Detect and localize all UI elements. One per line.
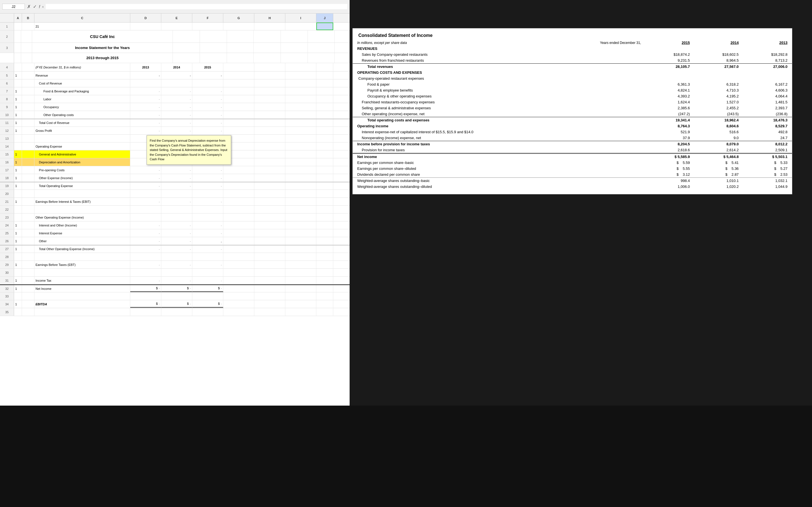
col-header-i[interactable]: I — [285, 13, 316, 22]
spreadsheet-title-1: CSU Café Inc — [32, 31, 173, 43]
row-12: 12 1 Gross Profit - - - — [0, 127, 350, 135]
val-noi-2014: 9.0 — [695, 135, 743, 141]
function-icon[interactable]: f — [39, 4, 40, 9]
row-title-1: 2 CSU Café Inc — [0, 31, 350, 43]
val-sga-2014: 2,455.2 — [695, 105, 743, 111]
year-2013: 2013 — [130, 63, 161, 71]
label-total-revenues: Total revenues — [353, 64, 556, 70]
spreadsheet-title-2: Income Statement for the Years — [32, 43, 173, 53]
cell-1d[interactable] — [130, 22, 161, 30]
col-header-h[interactable]: H — [254, 13, 285, 22]
formula-input[interactable] — [46, 4, 347, 9]
val-ibt-2013: 8,012.2 — [743, 141, 792, 147]
col-header-g[interactable]: G — [223, 13, 254, 22]
label-preopening: Pre-opening Costs — [35, 166, 130, 174]
cell-1g[interactable] — [223, 22, 254, 30]
label-dividends: Dividends declared per common share — [353, 172, 556, 178]
cell-1c[interactable]: 21 — [35, 22, 130, 30]
year-2015: 2015 — [192, 63, 223, 71]
label-interest-expense: Interest Expense — [35, 229, 130, 237]
val-sga-2013: 2,393.7 — [743, 105, 792, 111]
label-franchise-rev: Revenues from franchised restaurants — [353, 57, 556, 64]
row-dividends: Dividends declared per common share $ 3.… — [353, 172, 792, 178]
val-total-rev-2014: 27,567.0 — [695, 64, 743, 70]
col-header-f[interactable]: F — [192, 13, 223, 22]
col-header-a[interactable]: A — [14, 13, 22, 22]
val-eps-basic-2015: $ 5.59 — [646, 160, 695, 166]
row-21: 21 1 Earnings Before Interest & Taxes (E… — [0, 198, 350, 206]
row-17: 17 1 Pre-opening Costs - - - — [0, 166, 350, 174]
column-headers: A B C D E F G H I J — [0, 13, 350, 22]
cell-1e[interactable] — [161, 22, 192, 30]
val-occupancy-2013: 4,064.4 — [743, 93, 792, 99]
col-header-b[interactable]: B — [22, 13, 35, 22]
stmt-data-label: In millions, except per share data — [353, 40, 556, 46]
row-wa-basic: Weighted-average shares outstanding–basi… — [353, 178, 792, 184]
val-prov-2013: 2,509.1 — [743, 147, 792, 154]
val-noi-2015: 37.9 — [646, 135, 695, 141]
cell-1a[interactable] — [14, 22, 22, 30]
col-header-j[interactable]: J — [316, 13, 333, 22]
row-10: 10 1 Other Operating costs - - - — [0, 111, 350, 119]
label-eps-basic: Earnings per common share–basic — [353, 160, 556, 166]
cell-1j[interactable] — [316, 22, 333, 30]
label-gross-profit: Gross Profit — [35, 127, 130, 134]
col-header-e[interactable]: E — [161, 13, 192, 22]
label-operating-expense: Operating Expense — [35, 143, 130, 150]
val-total-opcosts-2015: 19,341.4 — [646, 117, 695, 123]
row-other-operating-net: Other operating (income) expense, net (2… — [353, 111, 792, 117]
col-header-d[interactable]: D — [130, 13, 161, 22]
row-company-restaurant-label: Company-operated restaurant expenses — [353, 75, 792, 81]
val-food-paper-2015: 6,361.3 — [646, 81, 695, 87]
cell-1h[interactable] — [254, 22, 285, 30]
row-total-opcosts: Total operating costs and expenses 19,34… — [353, 117, 792, 123]
row-income-before-tax: Income before provision for income taxes… — [353, 141, 792, 147]
cell-1b[interactable] — [22, 22, 35, 30]
label-ebitda: EBITDA — [35, 300, 130, 308]
revenues-section-label: REVENUES — [353, 46, 792, 52]
col-header-c[interactable]: C — [35, 13, 130, 22]
label-total-cost-revenue: Total Cost of Revenue — [35, 119, 130, 126]
cell-1f[interactable] — [192, 22, 223, 30]
val-ie-2013: 492.8 — [743, 129, 792, 135]
subscript-x: x — [42, 5, 44, 8]
cancel-icon[interactable]: ✗ — [27, 4, 31, 9]
label-other-expense: Other Expense (Income) — [35, 174, 130, 182]
tooltip-text: Find the Company's annual Depreciation e… — [150, 139, 227, 161]
label-wa-diluted: Weighted-average shares outstanding–dilu… — [353, 184, 556, 189]
val-total-rev-2013: 27,006.0 — [743, 64, 792, 70]
label-nonoperating: Nonoperating (income) expense, net — [353, 135, 556, 141]
val-prov-2014: 2,614.2 — [695, 147, 743, 154]
val-occupancy-2014: 4,195.2 — [695, 93, 743, 99]
label-income-before-tax: Income before provision for income taxes — [353, 141, 556, 147]
val-eps-dil-2013: $ 5.27 — [743, 166, 792, 172]
val-wa-dil-2015: 1,006.0 — [646, 184, 695, 189]
val-div-2013: $ 2.53 — [743, 172, 792, 178]
val-div-2015: $ 3.12 — [646, 172, 695, 178]
label-total-opcosts: Total operating costs and expenses — [353, 117, 556, 123]
val-sales-company-2014: $18,602.5 — [695, 52, 743, 57]
val-prov-2015: 2,618.6 — [646, 147, 695, 154]
row-6: 6 Cost of Revenue — [0, 79, 350, 87]
val-ie-2015: 521.9 — [646, 129, 695, 135]
label-ebt: Earnings Before Taxes (EBT) — [35, 261, 130, 269]
val-eps-basic-2014: $ 5.41 — [695, 160, 743, 166]
row-1: 1 21 — [0, 22, 350, 31]
spreadsheet-title-3: 2013 through 2015 — [32, 53, 173, 63]
label-other-op-net: Other operating (income) expense, net — [353, 111, 556, 117]
row-33: 33 — [0, 292, 350, 300]
confirm-icon[interactable]: ✓ — [33, 4, 37, 9]
cell-reference[interactable] — [2, 4, 25, 10]
val-sga-2015: 2,385.6 — [646, 105, 695, 111]
spreadsheet: ✗ ✓ f x A B C D E F G H I J 1 21 2 — [0, 0, 350, 406]
row-num-header — [0, 13, 14, 22]
label-ga: General and Administrative — [35, 151, 130, 158]
cell-1i[interactable] — [285, 22, 316, 30]
val-total-opcosts-2013: 18,476.3 — [743, 117, 792, 123]
val-franchised-2015: 1,624.4 — [646, 99, 695, 105]
label-other: Other — [35, 237, 130, 245]
spreadsheet-subtitle: (FYE December 31, $ in millions) — [35, 63, 130, 71]
val-total-opcosts-2014: 18,962.4 — [695, 117, 743, 123]
label-net-income-stmt: Net income — [353, 154, 556, 160]
label-interest-exp-stmt: Interest expense-net of capitalized inte… — [353, 129, 556, 135]
